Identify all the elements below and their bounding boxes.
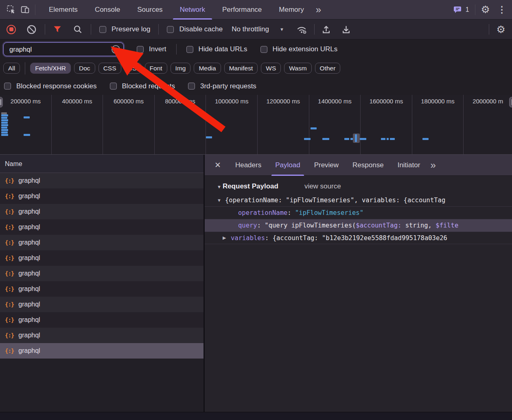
request-name: graphql <box>18 270 40 277</box>
expand-triangle-icon[interactable]: ▼ <box>217 198 225 203</box>
chip-manifest[interactable]: Manifest <box>224 63 258 74</box>
request-name: graphql <box>18 254 40 262</box>
tab-performance[interactable]: Performance <box>214 0 270 20</box>
issues-message-icon[interactable] <box>453 6 462 14</box>
record-network-log-button[interactable] <box>7 25 16 34</box>
json-braces-icon: {:} <box>5 239 14 246</box>
checkbox-box[interactable] <box>186 46 193 53</box>
invert-checkbox[interactable]: Invert <box>137 45 166 53</box>
detail-tab-headers[interactable]: Headers <box>228 155 268 176</box>
filter-funnel-icon[interactable] <box>53 24 62 34</box>
3rd-party-requests-checkbox[interactable]: 3rd-party requests <box>188 82 256 90</box>
chip-media[interactable]: Media <box>194 63 221 74</box>
chip-img[interactable]: Img <box>171 63 191 74</box>
checkbox-box[interactable] <box>110 83 117 90</box>
chip-wasm[interactable]: Wasm <box>284 63 311 74</box>
settings-gear-icon[interactable]: ⚙ <box>481 4 490 15</box>
filter-text-field[interactable] <box>9 45 112 54</box>
close-details-icon[interactable]: ✕ <box>210 160 225 170</box>
blocked-response-cookies-checkbox[interactable]: Blocked response cookies <box>4 82 97 90</box>
request-row[interactable]: {:}graphql <box>0 312 203 328</box>
issues-count[interactable]: 1 <box>466 6 469 13</box>
request-row[interactable]: {:}graphql <box>0 266 203 281</box>
chip-doc[interactable]: Doc <box>74 63 95 74</box>
checkbox-box[interactable] <box>99 26 106 33</box>
request-row[interactable]: {:}graphql <box>0 188 203 204</box>
hide-data-urls-checkbox[interactable]: Hide data URLs <box>186 45 247 53</box>
clear-filter-icon[interactable]: ✕ <box>112 45 120 54</box>
more-filters-row: Blocked response cookiesBlocked requests… <box>0 77 512 95</box>
detail-tab-response[interactable]: Response <box>346 155 391 176</box>
inspect-element-icon[interactable] <box>4 3 18 17</box>
throttling-select[interactable]: No throttling ▼ <box>232 25 284 33</box>
request-payload-section-header[interactable]: ▼ Request Payload view source <box>205 176 512 194</box>
request-row[interactable]: {:}graphql <box>0 343 203 359</box>
chip-font[interactable]: Font <box>145 63 167 74</box>
network-overview-timeline[interactable]: 200000 ms400000 ms600000 ms800000 ms1000… <box>0 95 512 155</box>
tab-network[interactable]: Network <box>171 0 214 20</box>
tab-elements[interactable]: Elements <box>40 0 86 20</box>
timeline-tick: 600000 ms <box>103 95 155 154</box>
json-braces-icon: {:} <box>5 332 14 339</box>
kebab-menu-icon[interactable]: ⋮ <box>496 4 508 15</box>
marker-bar <box>355 134 357 142</box>
payload-row[interactable]: ▼{operationName: "ipFlowTimeseries", var… <box>205 194 512 206</box>
detail-tab-preview[interactable]: Preview <box>307 155 346 176</box>
payload-row[interactable]: operationName: "ipFlowTimeseries" <box>205 206 512 219</box>
detail-tab-payload[interactable]: Payload <box>268 155 307 176</box>
overview-left-handle[interactable] <box>0 97 3 107</box>
preserve-log-checkbox[interactable]: Preserve log <box>99 25 150 33</box>
hide-extension-urls-checkbox[interactable]: Hide extension URLs <box>260 45 338 53</box>
chip-fetch-xhr[interactable]: Fetch/XHR <box>30 63 71 74</box>
timeline-tick: 1800000 ms <box>412 95 464 154</box>
request-row[interactable]: {:}graphql <box>0 297 203 312</box>
checkbox-box[interactable] <box>188 83 195 90</box>
checkbox-box[interactable] <box>4 83 11 90</box>
payload-row[interactable]: query: "query ipFlowTimeseries($accountT… <box>205 219 512 232</box>
checkbox-box[interactable] <box>137 46 144 53</box>
import-har-icon[interactable] <box>321 24 331 35</box>
request-row[interactable]: {:}graphql <box>0 281 203 297</box>
request-row[interactable]: {:}graphql <box>0 204 203 219</box>
payload-value: {operationName: "ipFlowTimeseries", vari… <box>225 197 445 204</box>
disable-cache-checkbox[interactable]: Disable cache <box>167 25 223 33</box>
timeline-tick: 1200000 ms <box>258 95 309 154</box>
collapse-triangle-icon: ▼ <box>217 184 221 189</box>
request-row[interactable]: {:}graphql <box>0 219 203 235</box>
network-settings-gear-icon[interactable]: ⚙ <box>497 24 505 35</box>
request-name: graphql <box>18 177 40 184</box>
request-row[interactable]: {:}graphql <box>0 250 203 266</box>
payload-key: variables <box>231 234 265 242</box>
chip-js[interactable]: JS <box>125 63 142 74</box>
timeline-tick: 1600000 ms <box>361 95 412 154</box>
network-conditions-icon[interactable] <box>296 24 308 34</box>
detail-tab-initiator[interactable]: Initiator <box>391 155 427 176</box>
view-source-link[interactable]: view source <box>304 182 341 190</box>
checkbox-box[interactable] <box>167 26 174 33</box>
tab-sources[interactable]: Sources <box>129 0 171 20</box>
payload-row[interactable]: ▶variables: {accountTag: "b12e3b2192ee55… <box>205 232 512 244</box>
device-toolbar-icon[interactable] <box>18 3 32 17</box>
filter-input[interactable]: ✕ <box>3 42 124 56</box>
clear-network-log-icon[interactable] <box>26 24 37 35</box>
chip-other[interactable]: Other <box>315 63 341 74</box>
overview-right-handle[interactable] <box>509 97 512 107</box>
request-row[interactable]: {:}graphql <box>0 328 203 343</box>
more-panels-icon[interactable]: » <box>313 0 324 20</box>
request-row[interactable]: {:}graphql <box>0 173 203 188</box>
more-detail-tabs-icon[interactable]: » <box>427 155 439 176</box>
chip-all[interactable]: All <box>3 63 20 74</box>
name-column-header[interactable]: Name <box>0 155 203 173</box>
chip-css[interactable]: CSS <box>98 63 121 74</box>
checkbox-box[interactable] <box>260 46 267 53</box>
timeline-tick: 1400000 ms <box>309 95 361 154</box>
chip-ws[interactable]: WS <box>261 63 281 74</box>
expand-triangle-icon[interactable]: ▶ <box>223 235 231 241</box>
search-icon[interactable] <box>73 24 83 34</box>
blocked-requests-checkbox[interactable]: Blocked requests <box>110 82 175 90</box>
export-har-icon[interactable] <box>341 24 351 35</box>
tab-console[interactable]: Console <box>86 0 129 20</box>
tab-memory[interactable]: Memory <box>270 0 312 20</box>
timeline-tick: 1000000 ms <box>206 95 258 154</box>
request-row[interactable]: {:}graphql <box>0 235 203 250</box>
